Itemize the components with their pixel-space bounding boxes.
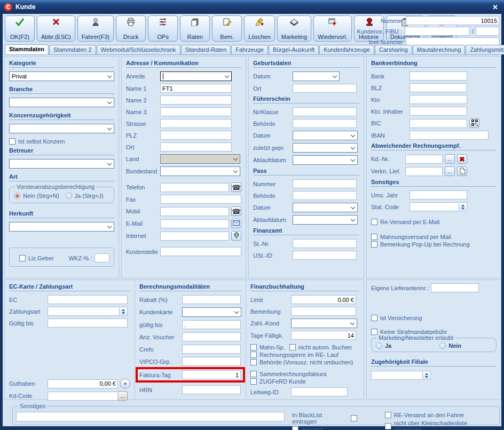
- kd-code-field[interactable]: [48, 392, 118, 401]
- blz-field[interactable]: [410, 83, 467, 92]
- anz-voucher-field[interactable]: [182, 332, 241, 341]
- nicht-autom-checkbox[interactable]: [289, 344, 296, 351]
- newsletter-ja-radio[interactable]: [376, 343, 382, 349]
- nummer-field[interactable]: 10015: [406, 16, 499, 25]
- druck-button[interactable]: Druck: [116, 15, 146, 42]
- wkz-field[interactable]: [94, 253, 109, 262]
- kategorie-select[interactable]: Privat: [9, 71, 114, 81]
- bemerkung-button[interactable]: Bem.: [212, 15, 242, 42]
- fs-datum-select[interactable]: [293, 131, 358, 140]
- plz-field[interactable]: [160, 131, 232, 140]
- sonstiges-text-field[interactable]: [16, 412, 285, 421]
- dial-phone-button[interactable]: ☎: [231, 182, 241, 192]
- iban-field[interactable]: [410, 131, 489, 140]
- newsletter-nein-radio[interactable]: [439, 343, 446, 349]
- kostenstelle-field[interactable]: [160, 247, 241, 256]
- crefo-field[interactable]: [182, 345, 241, 354]
- kd-nr-browse-button[interactable]: ...: [445, 154, 455, 164]
- ok-button[interactable]: OK(F2): [5, 15, 35, 42]
- sammelrechnung-checkbox[interactable]: [250, 371, 257, 377]
- zugferd-checkbox[interactable]: [250, 378, 257, 385]
- fs-behoerde-field[interactable]: [293, 119, 357, 128]
- tab-zahlungsmittel[interactable]: Zahlungsmittel: [466, 45, 504, 54]
- ist-selbst-konzern-checkbox[interactable]: [9, 138, 15, 145]
- pass-nummer-field[interactable]: [293, 179, 357, 188]
- close-icon[interactable]: ✕: [491, 3, 500, 11]
- zahl-kond-select[interactable]: [291, 318, 357, 328]
- spinner-arrows-icon[interactable]: [422, 372, 430, 379]
- land-select[interactable]: [160, 154, 240, 164]
- fs-zuletzt-select[interactable]: [293, 143, 358, 153]
- verkn-lief-new-button[interactable]: [457, 166, 467, 176]
- tab-standard-raten[interactable]: Standard-Raten: [181, 45, 231, 54]
- strasse-field[interactable]: [160, 119, 232, 128]
- vorsteuer-nein-radio[interactable]: [14, 193, 20, 199]
- bic-field[interactable]: [410, 119, 467, 128]
- name3-field[interactable]: [160, 107, 232, 116]
- guthaben-field[interactable]: 0,00 €: [48, 379, 118, 388]
- wiedervorlage-button[interactable]: Wiedervorl.: [313, 15, 352, 42]
- bemerkung-popup-checkbox[interactable]: [371, 241, 377, 248]
- konzern-select[interactable]: [9, 124, 114, 133]
- fax-field[interactable]: [160, 195, 241, 204]
- mahn-sp-checkbox[interactable]: [250, 344, 257, 351]
- geburt-ort-field[interactable]: [293, 84, 357, 93]
- st-nr-field[interactable]: [293, 239, 357, 248]
- kd-nr-clear-button[interactable]: ✖: [457, 154, 467, 164]
- fibu-field-2[interactable]: [476, 27, 499, 36]
- verkn-lief-field[interactable]: [405, 167, 443, 176]
- tab-mautabrechnung[interactable]: Mautabrechnung: [413, 45, 466, 54]
- vipco-field[interactable]: [182, 357, 241, 366]
- tab-carsharing[interactable]: Carsharing: [375, 45, 412, 54]
- bundesland-select[interactable]: [160, 166, 240, 176]
- fs-ablauf-select[interactable]: [293, 155, 358, 165]
- stat-code-field[interactable]: [410, 202, 467, 211]
- b-gueltig-bis-field[interactable]: .: [182, 320, 241, 329]
- dial-mobile-button[interactable]: ☎: [231, 206, 241, 216]
- loeschen-button[interactable]: Löschen: [244, 15, 275, 42]
- mobil-field[interactable]: [160, 207, 229, 216]
- geburt-datum-select[interactable]: [293, 71, 340, 81]
- tab-buergel-auskunft[interactable]: Bürgel-Auskunft: [269, 45, 319, 54]
- liz-geber-checkbox[interactable]: [19, 255, 26, 261]
- verkn-lief-browse-button[interactable]: ...: [445, 166, 455, 176]
- fibu-field-1[interactable]: [405, 27, 470, 36]
- behoerde-checkbox[interactable]: [250, 359, 257, 365]
- spinner-arrows-icon[interactable]: [119, 308, 127, 315]
- lieferantennr-field[interactable]: [431, 283, 479, 292]
- gueltig-bis-field[interactable]: [48, 318, 128, 328]
- name1-field[interactable]: FT1: [160, 84, 232, 93]
- fs-nr-klasse-field[interactable]: [293, 107, 357, 116]
- pass-behoerde-field[interactable]: [293, 191, 357, 200]
- vorsteuer-ja-radio[interactable]: [66, 193, 72, 199]
- send-email-button[interactable]: [231, 219, 241, 228]
- ums-jahr-field[interactable]: [410, 190, 467, 200]
- name2-field[interactable]: [160, 95, 232, 105]
- kto-field[interactable]: [410, 95, 467, 104]
- raten-button[interactable]: Raten: [180, 15, 210, 42]
- fahrer-button[interactable]: Fahrer(F3): [77, 15, 114, 42]
- rechnungssperre-checkbox[interactable]: [250, 352, 257, 358]
- leitweg-id-field[interactable]: [291, 387, 348, 396]
- pass-ablauf-select[interactable]: [293, 215, 358, 225]
- tab-stammdaten[interactable]: Stammdaten: [5, 44, 49, 54]
- internet-field[interactable]: [160, 232, 229, 241]
- tab-kundenfahrzeuge[interactable]: Kundenfahrzeuge: [319, 45, 374, 54]
- email-field[interactable]: [160, 219, 229, 228]
- betreuer-select[interactable]: [9, 159, 114, 169]
- kundenkarte-select[interactable]: [182, 307, 241, 317]
- limit-field[interactable]: 0,00 €: [291, 295, 356, 304]
- branche-select[interactable]: [9, 98, 114, 107]
- open-website-button[interactable]: [231, 231, 241, 241]
- ops-button[interactable]: OPs: [148, 15, 178, 42]
- kto-inhaber-field[interactable]: [410, 107, 467, 116]
- ust-id-field[interactable]: [293, 251, 357, 260]
- kleinschaden-checkbox[interactable]: [385, 423, 391, 429]
- mahnungsversand-checkbox[interactable]: [371, 234, 377, 240]
- tab-fahrzeuge[interactable]: Fahrzeuge: [231, 45, 268, 54]
- faktura-tag-field[interactable]: 1: [182, 370, 241, 379]
- kd-nr-field[interactable]: [405, 155, 443, 164]
- fibu-bemerkung-field[interactable]: [291, 307, 356, 316]
- telefon-field[interactable]: [160, 183, 229, 192]
- tab-webmodul[interactable]: Webmodul/Schlüsselschrank: [97, 45, 180, 54]
